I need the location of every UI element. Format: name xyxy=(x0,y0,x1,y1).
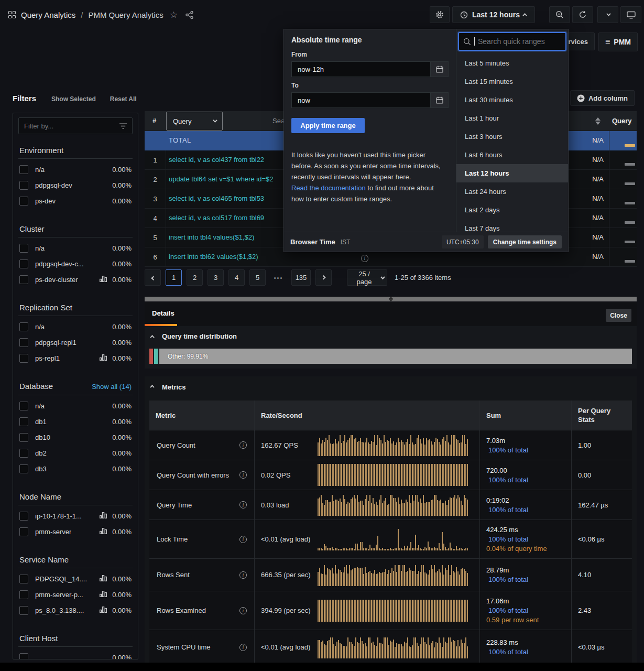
pmm-menu-button[interactable]: ≡ PMM xyxy=(598,33,638,51)
collapse-chevron-icon[interactable] xyxy=(150,385,154,389)
info-icon[interactable]: i xyxy=(239,607,247,614)
info-icon[interactable]: i xyxy=(239,536,247,543)
filter-checkbox[interactable] xyxy=(19,449,28,458)
tab-details[interactable]: Details xyxy=(152,309,174,317)
metric-sum-percent-link[interactable]: 100% of total xyxy=(486,576,528,583)
filter-search-input[interactable]: Filter by... xyxy=(18,117,133,134)
filter-item[interactable]: db20.00% xyxy=(18,445,133,461)
quick-range-option[interactable]: Last 5 minutes xyxy=(456,54,568,72)
breadcrumb-section[interactable]: Query Analytics xyxy=(21,10,75,19)
filter-checkbox[interactable] xyxy=(19,165,28,174)
quick-range-option[interactable]: Last 30 minutes xyxy=(456,91,568,109)
info-icon[interactable]: i xyxy=(239,471,247,479)
filter-checkbox[interactable] xyxy=(19,590,28,599)
query-link[interactable]: select id, v as col465 from tbl53 xyxy=(169,194,264,202)
filter-item[interactable]: pmm-server0.00% xyxy=(18,524,133,539)
filter-checkbox[interactable] xyxy=(19,275,28,284)
bar-chart-icon[interactable] xyxy=(100,607,107,614)
prev-page-button[interactable] xyxy=(145,269,161,286)
quick-range-option[interactable]: Last 2 days xyxy=(456,201,568,219)
filter-checkbox[interactable] xyxy=(19,606,28,615)
last-page-button[interactable]: 135 xyxy=(291,269,311,286)
filter-item[interactable]: pmm-server-p...0.00% xyxy=(18,587,133,602)
refresh-interval-dropdown[interactable] xyxy=(597,6,618,23)
filter-item[interactable]: db30.00% xyxy=(18,461,133,477)
close-details-button[interactable]: Close xyxy=(606,309,631,322)
dashboard-settings-button[interactable] xyxy=(430,6,450,23)
to-calendar-button[interactable] xyxy=(431,92,449,108)
sort-icon[interactable] xyxy=(595,117,601,125)
show-all-link[interactable]: Show all (14) xyxy=(92,382,132,392)
bar-chart-icon[interactable] xyxy=(100,591,107,599)
filter-checkbox[interactable] xyxy=(19,181,28,190)
quick-range-option[interactable]: Last 6 hours xyxy=(456,146,568,164)
filter-checkbox[interactable] xyxy=(19,259,28,268)
reset-all-link[interactable]: Reset All xyxy=(110,95,137,103)
filter-item[interactable]: db100.00% xyxy=(18,429,133,445)
bar-chart-icon[interactable] xyxy=(100,512,107,520)
bar-chart-icon[interactable] xyxy=(100,276,107,284)
filter-checkbox[interactable] xyxy=(19,512,28,521)
filter-item[interactable]: pdpgsql-repl10.00% xyxy=(18,334,133,350)
add-column-button[interactable]: Add column xyxy=(570,90,635,106)
bar-chart-icon[interactable] xyxy=(100,528,107,536)
panel-resize-handle[interactable] xyxy=(145,297,637,301)
info-icon[interactable]: i xyxy=(239,644,247,651)
filter-item[interactable]: PDPGSQL_14....0.00% xyxy=(18,571,133,587)
info-icon[interactable]: i xyxy=(361,255,368,262)
filter-item[interactable]: ps-dev-cluster0.00% xyxy=(18,272,133,287)
filter-item[interactable]: pdpgsql-dev0.00% xyxy=(18,177,133,193)
distribution-segment-red[interactable] xyxy=(149,349,153,364)
filter-checkbox[interactable] xyxy=(19,354,28,363)
apps-grid-icon[interactable] xyxy=(8,11,16,18)
to-input[interactable]: now xyxy=(291,92,431,108)
metric-sum-percent-link[interactable]: 100% of total xyxy=(486,607,528,614)
filter-item[interactable]: n/a0.00% xyxy=(18,240,133,256)
tv-mode-button[interactable] xyxy=(620,6,641,23)
collapse-chevron-icon[interactable] xyxy=(150,335,154,339)
sortable-column-header[interactable]: Query xyxy=(612,117,632,125)
filter-item[interactable]: db10.00% xyxy=(18,414,133,429)
query-link[interactable]: select id, v as col437 from tbl22 xyxy=(169,156,264,164)
page-button-1[interactable]: 1 xyxy=(166,269,182,286)
time-range-picker-button[interactable]: Last 12 hours xyxy=(452,6,535,23)
filter-checkbox[interactable] xyxy=(19,527,28,536)
filter-checkbox[interactable] xyxy=(19,402,28,410)
query-link[interactable]: update tbl64 set v=$1 where id=$2 xyxy=(169,175,273,183)
filter-item[interactable]: n/a0.00% xyxy=(18,319,133,334)
filter-item[interactable]: ps-dev0.00% xyxy=(18,193,133,209)
quick-range-option[interactable]: Last 24 hours xyxy=(456,182,568,201)
bar-chart-icon[interactable] xyxy=(100,354,107,362)
info-icon[interactable]: i xyxy=(239,501,247,508)
page-button-5[interactable]: 5 xyxy=(249,269,266,286)
show-selected-link[interactable]: Show Selected xyxy=(51,95,96,103)
metric-sum-percent-link[interactable]: 100% of total xyxy=(486,446,528,454)
filter-checkbox[interactable] xyxy=(19,417,28,426)
next-page-button[interactable] xyxy=(315,269,332,286)
quick-range-search-input[interactable]: Search quick ranges xyxy=(458,32,566,51)
share-icon[interactable] xyxy=(185,10,194,19)
filter-checkbox[interactable] xyxy=(19,433,28,442)
distribution-segment-teal[interactable] xyxy=(154,349,158,364)
filter-checkbox[interactable] xyxy=(19,244,28,253)
page-button-2[interactable]: 2 xyxy=(187,269,203,286)
filter-checkbox[interactable] xyxy=(19,338,28,347)
page-button-3[interactable]: 3 xyxy=(208,269,224,286)
query-link[interactable]: select id, v as col517 from tbl69 xyxy=(169,214,264,222)
bar-chart-icon[interactable] xyxy=(100,575,107,583)
filter-item[interactable]: n/a0.00% xyxy=(18,161,133,177)
page-size-select[interactable]: 25 / page xyxy=(347,269,387,286)
favorite-star-icon[interactable]: ☆ xyxy=(170,9,178,20)
quick-range-option[interactable]: Last 1 hour xyxy=(456,109,568,127)
change-time-settings-button[interactable]: Change time settings xyxy=(488,235,562,248)
quick-range-option[interactable]: Last 7 days xyxy=(456,219,568,232)
metric-sum-percent-link[interactable]: 100% of total xyxy=(486,535,528,543)
filter-item[interactable]: ip-10-178-1-1...0.00% xyxy=(18,508,133,524)
from-input[interactable]: now-12h xyxy=(291,61,431,77)
filter-item[interactable]: pdpgsql-dev-c...0.00% xyxy=(18,256,133,272)
filter-checkbox[interactable] xyxy=(19,653,28,660)
filter-item[interactable]: ps_8.0_3.138....0.00% xyxy=(18,602,133,618)
dimension-select[interactable]: Query xyxy=(166,112,223,131)
metric-sum-percent-link[interactable]: 100% of total xyxy=(486,648,528,656)
info-icon[interactable]: i xyxy=(239,441,247,449)
